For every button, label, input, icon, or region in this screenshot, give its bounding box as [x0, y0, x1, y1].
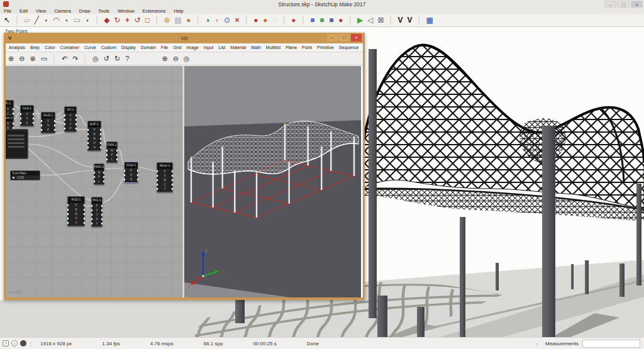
viz-menu-item[interactable]: Sequence — [339, 45, 359, 50]
arc-tool-icon[interactable]: ◠ — [53, 14, 59, 27]
graph-zoom-in-icon[interactable]: ⊕ — [8, 52, 14, 65]
undo-icon[interactable]: ↶ — [62, 52, 67, 65]
toolbar-separator[interactable]: │ — [388, 14, 393, 27]
graph-node[interactable]: Cmp-1 P D R — [124, 162, 138, 183]
rectangle-tool-dropdown[interactable]: ▾ — [85, 14, 90, 27]
zoom-extents-icon[interactable]: × — [235, 14, 240, 27]
recompute-all-icon[interactable]: ↻ — [114, 52, 120, 65]
viz-menu-item[interactable]: Primitive — [317, 45, 334, 50]
orbit-tool-icon[interactable]: ⊕ — [164, 14, 170, 27]
viz-toolbar-separator[interactable]: │ — [52, 52, 57, 65]
component-box-3-icon[interactable]: ■ — [329, 14, 334, 27]
toolbar-separator[interactable]: │ — [417, 14, 422, 27]
inspect-icon[interactable]: ◎ — [92, 52, 99, 65]
line-tool-dropdown[interactable]: ▾ — [43, 14, 48, 27]
toolbar-separator[interactable]: │ — [154, 14, 159, 27]
graph-node[interactable]: Srf-1 S U V P — [64, 106, 77, 132]
viz-maximize-button[interactable]: □ — [339, 34, 350, 42]
recompute-icon[interactable]: ↺ — [104, 52, 109, 65]
viz-menu-item[interactable]: Grid — [173, 45, 181, 50]
maximize-button[interactable]: □ — [618, 1, 630, 8]
toolbar-separator[interactable]: │ — [282, 14, 287, 27]
toolbar-separator[interactable]: │ — [196, 14, 201, 27]
walk-tool-icon[interactable]: ◖ — [214, 14, 219, 27]
offset-tool-icon[interactable]: □ — [145, 14, 150, 27]
viz-menu-item[interactable]: Image — [186, 45, 198, 50]
move-tool-icon[interactable]: + — [125, 14, 130, 27]
line-tool-icon[interactable]: ╱ — [34, 14, 39, 27]
pushpull-tool-icon[interactable]: ◆ — [104, 14, 109, 27]
graph-node[interactable]: Move-1 G V M C T — [157, 162, 173, 192]
section-sphere-3-icon[interactable]: ◌ — [272, 14, 277, 27]
viz-menu-item[interactable]: Analysis — [9, 45, 25, 50]
close-button[interactable]: × — [631, 1, 643, 8]
viz-menu-item[interactable]: Plane — [286, 45, 297, 50]
viz-menu-item[interactable]: Display — [121, 45, 136, 50]
viz-menu-item[interactable]: Brep — [30, 45, 40, 50]
graph-node[interactable]: FMA-1 M P L — [106, 141, 118, 163]
toolbar-separator[interactable]: │ — [301, 14, 306, 27]
graph-zoom-selected-icon[interactable]: ⊗ — [30, 52, 35, 65]
viz-3d-viewport[interactable]: z Y x — [184, 66, 363, 297]
toolbar-separator[interactable]: │ — [94, 14, 99, 27]
viewport-zoom-fit-icon[interactable]: ◎ — [184, 52, 190, 65]
redo-icon[interactable]: ↷ — [72, 52, 78, 65]
minimize-button[interactable]: – — [604, 1, 616, 8]
component-box-icon[interactable]: ■ — [310, 14, 315, 27]
graph-node[interactable]: DivS-1 S N P — [41, 112, 55, 133]
graph-zoom-out-icon[interactable]: ⊖ — [19, 52, 25, 65]
viz-toolbar-separator[interactable]: │ — [83, 52, 87, 65]
viz-menu-item[interactable]: Container — [60, 45, 79, 50]
viz-menu-item[interactable]: Math — [251, 45, 261, 50]
viz-close-button[interactable]: × — [351, 34, 362, 42]
info-status-icon[interactable]: i — [11, 340, 18, 346]
viewport-zoom-in-icon[interactable]: ⊕ — [162, 52, 167, 65]
pan-tool-icon[interactable]: ▤ — [175, 14, 182, 27]
rectangle-tool-icon[interactable]: ▭ — [74, 14, 80, 27]
viewport-zoom-out-icon[interactable]: ⊖ — [173, 52, 179, 65]
viz-menu-item[interactable]: Input — [204, 45, 214, 50]
sphere-tool-icon[interactable]: ● — [338, 14, 343, 27]
graph-node[interactable]: ExP-1 P B W H N — [87, 121, 101, 151]
followme-tool-icon[interactable]: ↻ — [114, 14, 120, 27]
look-around-tool-icon[interactable]: ● — [186, 14, 191, 27]
viz-menu-item[interactable]: Point — [302, 45, 312, 50]
viz-menu-item[interactable]: Multilist — [266, 45, 280, 50]
viz-menu-item[interactable]: File — [161, 45, 168, 50]
toolbar-separator[interactable]: │ — [348, 14, 353, 27]
viz-title-bar[interactable]: V Viz – □ × — [6, 33, 363, 43]
graph-fit-view-icon[interactable]: ▭ — [41, 52, 47, 65]
viz-minimize-button[interactable]: – — [327, 34, 338, 42]
zoom-tool-icon[interactable]: ⊙ — [224, 14, 230, 27]
section-sphere-2-icon[interactable]: ● — [263, 14, 268, 27]
rotate-tool-icon[interactable]: ↺ — [134, 14, 140, 27]
viz-menu-item[interactable]: Domain — [141, 45, 156, 50]
select-tool-icon[interactable]: ↖ — [4, 14, 10, 27]
section-sphere-icon[interactable]: ● — [253, 14, 258, 27]
toggle-node[interactable]: Truss Ratio 0.009 — [10, 170, 40, 180]
toggle-checkbox[interactable] — [12, 176, 15, 179]
viz-help-icon[interactable]: ? — [125, 52, 129, 65]
graph-node[interactable]: PtG-1 P X Y N V — [91, 197, 103, 227]
graph-node[interactable]: Grid-1 U V E — [20, 105, 34, 126]
node-graph-canvas[interactable]: Pt-1 X Y Num-1 N R Grid-1 U V E — [6, 66, 182, 297]
viz-export-icon[interactable]: V — [408, 14, 413, 27]
measurements-input[interactable] — [582, 340, 640, 348]
viz-menu-item[interactable]: Curve — [84, 45, 96, 50]
cursor-tool-icon[interactable]: ◁ — [367, 14, 373, 27]
component-box-2-icon[interactable]: ■ — [319, 14, 325, 27]
arc-tool-dropdown[interactable]: ▾ — [64, 14, 69, 27]
viewport-scrollbar[interactable] — [361, 66, 363, 297]
position-camera-icon[interactable]: ◑ — [205, 14, 210, 27]
geolocation-icon[interactable] — [20, 340, 26, 346]
viz-menu-item[interactable]: Custom — [101, 45, 116, 50]
viz-launch-icon[interactable]: V — [397, 14, 402, 27]
expression-panel-node[interactable] — [6, 129, 28, 159]
checkbox-tool-icon[interactable]: ⊠ — [377, 14, 384, 27]
graph-node[interactable]: RuD-1 P B W H V — [67, 196, 85, 226]
viz-menu-item[interactable]: Color — [45, 45, 55, 50]
pin-icon[interactable]: ● — [291, 14, 296, 27]
graph-node[interactable]: FMA-2 M P L — [94, 163, 104, 185]
fx-icon[interactable]: ▦ — [426, 14, 433, 27]
play-icon[interactable]: ▶ — [357, 14, 363, 27]
